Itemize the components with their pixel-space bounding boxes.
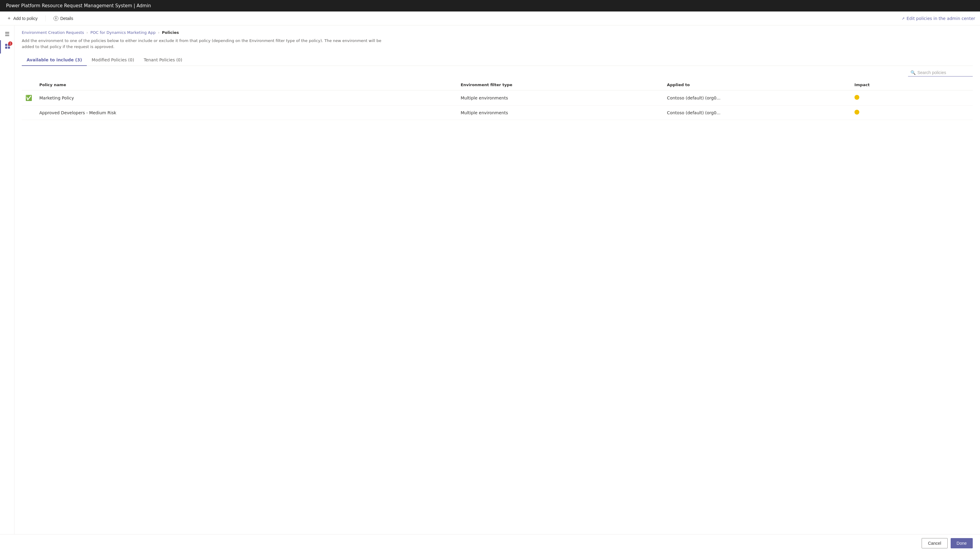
table-head: Policy name Environment filter type Appl… [22, 79, 973, 90]
sidebar: ☰ 1 [0, 25, 14, 534]
row-policy-name: Marketing Policy [36, 90, 457, 106]
footer: Cancel Done [0, 534, 980, 552]
notification-badge: 1 [8, 41, 13, 46]
row-filter-type: Multiple environments [457, 106, 663, 120]
impact-dot-icon [854, 110, 859, 114]
app-title: Power Platform Resource Request Manageme… [6, 3, 151, 8]
search-input[interactable] [917, 70, 970, 75]
add-to-policy-button[interactable]: ＋ Add to policy [5, 14, 39, 23]
row-applied-to: Contoso (default) (org0... [663, 90, 851, 106]
selected-checkmark-icon: ✅ [25, 95, 32, 101]
table-row[interactable]: Approved Developers - Medium RiskMultipl… [22, 106, 973, 120]
edit-policies-label: Edit policies in the admin center [907, 16, 975, 21]
external-link-icon: ➚ [902, 16, 905, 21]
svg-rect-3 [8, 46, 10, 49]
row-impact [851, 106, 973, 120]
tab-2[interactable]: Tenant Policies (0) [139, 54, 187, 66]
row-filter-type: Multiple environments [457, 90, 663, 106]
impact-dot-icon [854, 95, 859, 100]
sidebar-nav-home[interactable]: 1 [0, 40, 14, 54]
breadcrumb-step2[interactable]: POC for Dynamics Marketing App [91, 30, 156, 35]
add-to-policy-label: Add to policy [13, 16, 38, 21]
table-body: ✅Marketing PolicyMultiple environmentsCo… [22, 90, 973, 120]
tab-0[interactable]: Available to include (3) [22, 54, 87, 66]
svg-rect-0 [5, 44, 7, 46]
col-header-applied: Applied to [663, 79, 851, 90]
col-header-name: Policy name [36, 79, 457, 90]
title-bar: Power Platform Resource Request Manageme… [0, 0, 980, 11]
table-header-row-el: Policy name Environment filter type Appl… [22, 79, 973, 90]
toolbar-divider [45, 16, 46, 21]
app-body: ☰ 1 Environment Creation Requests › POC … [0, 25, 980, 534]
policy-table: Policy name Environment filter type Appl… [22, 79, 973, 120]
details-label: Details [60, 16, 73, 21]
info-icon: ℹ [54, 16, 58, 21]
col-header-filter: Environment filter type [457, 79, 663, 90]
breadcrumb-sep1: › [86, 30, 88, 35]
table-header-row: 🔍 [22, 66, 973, 79]
breadcrumb: Environment Creation Requests › POC for … [22, 30, 973, 35]
table-row[interactable]: ✅Marketing PolicyMultiple environmentsCo… [22, 90, 973, 106]
toolbar: ＋ Add to policy ℹ Details ➚ Edit policie… [0, 11, 980, 25]
row-policy-name: Approved Developers - Medium Risk [36, 106, 457, 120]
tab-1[interactable]: Modified Policies (0) [87, 54, 139, 66]
row-select-cell[interactable] [22, 106, 36, 120]
main-content: Environment Creation Requests › POC for … [14, 25, 980, 534]
details-button[interactable]: ℹ Details [52, 15, 75, 22]
hamburger-menu-icon[interactable]: ☰ [2, 28, 13, 40]
row-applied-to: Contoso (default) (org0... [663, 106, 851, 120]
toolbar-left: ＋ Add to policy ℹ Details [5, 14, 75, 23]
search-icon: 🔍 [910, 70, 916, 75]
breadcrumb-step3: Policies [162, 30, 179, 35]
breadcrumb-sep2: › [158, 30, 160, 35]
svg-rect-2 [5, 46, 7, 49]
search-box: 🔍 [908, 69, 973, 76]
done-button[interactable]: Done [951, 538, 973, 548]
breadcrumb-step1[interactable]: Environment Creation Requests [22, 30, 84, 35]
description-text: Add the environment to one of the polici… [22, 38, 385, 49]
plus-icon: ＋ [6, 15, 11, 21]
row-select-cell[interactable]: ✅ [22, 90, 36, 106]
col-header-impact: Impact [851, 79, 973, 90]
cancel-button[interactable]: Cancel [922, 538, 948, 548]
col-header-select [22, 79, 36, 90]
edit-policies-button[interactable]: ➚ Edit policies in the admin center [902, 16, 975, 21]
tabs-container: Available to include (3)Modified Policie… [22, 54, 973, 66]
row-impact [851, 90, 973, 106]
